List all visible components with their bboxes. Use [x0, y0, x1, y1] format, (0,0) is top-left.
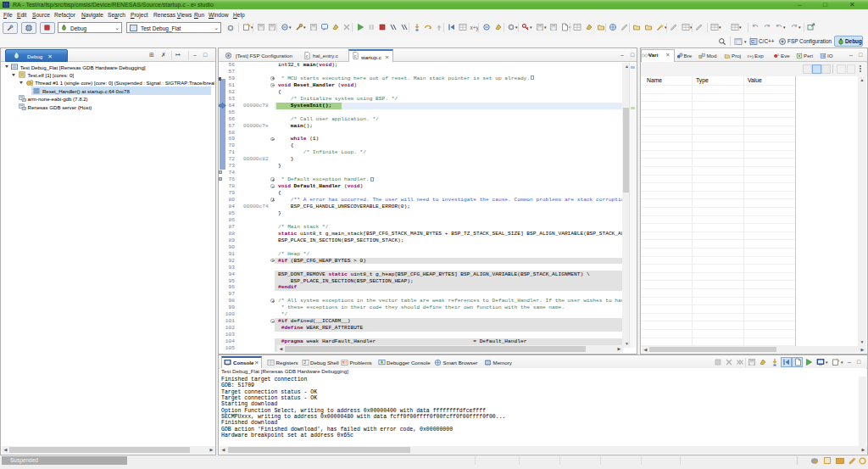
svg-text:x+y: x+y — [470, 25, 479, 31]
svg-text:C: C — [751, 39, 754, 44]
svg-text:c: c — [354, 53, 357, 59]
svg-text:c: c — [306, 53, 309, 59]
svg-text:J: J — [303, 360, 305, 365]
